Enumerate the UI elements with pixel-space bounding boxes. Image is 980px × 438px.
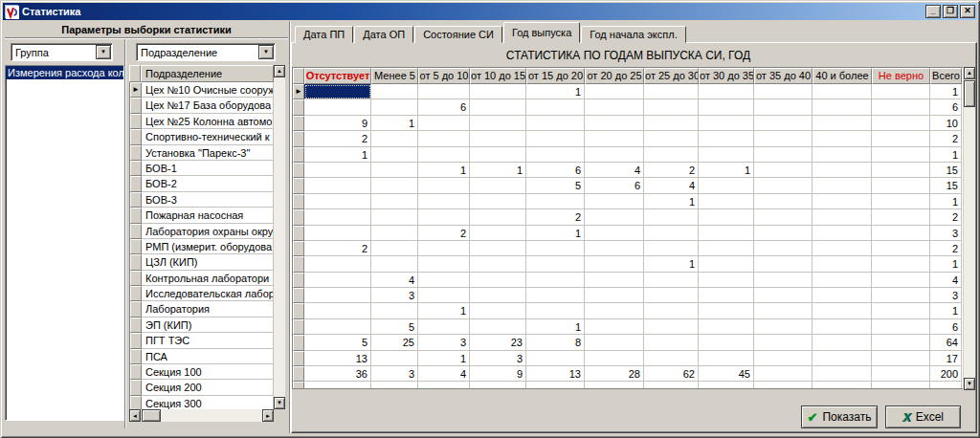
stat-cell[interactable] [470,131,526,146]
department-cell[interactable]: ПСА [142,349,274,364]
stat-cell[interactable] [813,256,872,272]
stat-cell[interactable]: 2 [644,163,699,178]
row-selector[interactable] [130,364,142,380]
department-grid-vscrollbar[interactable]: ▲ ▼ [274,65,285,409]
row-selector[interactable] [130,254,142,270]
department-cell[interactable]: БОВ-2 [142,176,274,191]
stat-cell[interactable] [699,209,754,225]
stat-cell[interactable] [526,99,585,115]
stat-cell[interactable] [699,273,754,288]
stat-cell[interactable] [813,147,872,163]
stat-cell[interactable]: 2 [930,131,962,146]
stat-cell[interactable] [699,288,754,303]
department-cell[interactable]: Установка "Парекс-3" [142,145,274,161]
department-cell[interactable]: Лаборатория [142,301,274,317]
department-row[interactable]: Лаборатория [130,301,274,317]
row-selector[interactable] [293,351,304,366]
stat-cell[interactable] [371,226,418,241]
stat-cell[interactable] [470,319,526,335]
stat-cell[interactable]: 3 [930,288,962,303]
scroll-right-icon[interactable]: ► [262,409,274,422]
stat-cell[interactable] [371,303,418,318]
tab-4[interactable]: Год выпуска [503,22,580,43]
scroll-down-icon[interactable]: ▼ [274,397,285,409]
stat-row[interactable]: 213 [293,226,963,241]
stat-cell[interactable] [585,319,644,335]
stat-cell[interactable] [644,288,699,303]
stat-cell[interactable] [585,303,644,318]
stat-cell[interactable] [304,99,371,115]
stat-cell[interactable] [418,209,470,225]
stat-column-header[interactable]: от 5 до 10 [418,68,470,84]
stat-cell[interactable] [418,131,470,146]
stat-cell[interactable]: 6 [930,99,962,115]
stat-cell[interactable]: 1 [930,147,962,163]
stat-cell[interactable] [813,366,872,382]
stat-cell[interactable] [526,273,585,288]
stat-column-header[interactable]: Менее 5 [371,68,418,84]
stat-cell[interactable] [813,194,872,209]
stat-cell[interactable] [813,303,872,318]
stat-cell[interactable]: 1 [526,84,585,99]
stat-cell[interactable] [418,273,470,288]
stat-cell[interactable] [872,241,930,256]
stat-cell[interactable] [754,319,813,335]
stat-cell[interactable] [872,178,930,193]
stat-column-header[interactable]: Отсутствует [304,68,371,84]
stat-cell[interactable]: 1 [526,319,585,335]
stat-cell[interactable] [699,303,754,318]
statistics-grid-vscrollbar[interactable]: ▲ ▼ [964,67,975,390]
department-row[interactable]: Цех №17 База оборудова [130,98,274,113]
stat-cell[interactable] [872,99,930,115]
row-selector[interactable] [130,129,142,144]
stat-cell[interactable]: 1 [470,163,526,178]
department-cell[interactable]: БОВ-3 [142,192,274,208]
stat-cell[interactable] [304,319,371,335]
stat-column-header[interactable]: от 30 до 35 [699,68,754,84]
stat-cell[interactable] [644,226,699,241]
stat-cell[interactable] [470,147,526,163]
department-cell[interactable]: ПГТ ТЭС [142,333,274,348]
stat-cell[interactable] [526,131,585,146]
row-selector[interactable] [293,194,304,209]
stat-cell[interactable] [585,256,644,272]
stat-cell[interactable]: 6 [585,178,644,193]
stat-column-header[interactable]: от 25 до 30 [644,68,699,84]
stat-cell[interactable] [754,256,813,272]
stat-cell[interactable]: 5 [304,335,371,350]
stat-cell[interactable] [585,116,644,131]
department-row[interactable]: БОВ-1 [130,161,274,176]
stat-row[interactable]: 9110 [293,116,963,131]
stat-cell[interactable] [699,194,754,209]
stat-cell[interactable] [754,99,813,115]
stat-row[interactable]: 525323864 [293,335,963,350]
stat-cell[interactable]: 3 [371,366,418,382]
stat-cell[interactable] [418,288,470,303]
stat-cell[interactable] [699,84,754,99]
stat-cell[interactable] [699,131,754,146]
stat-cell[interactable] [872,303,930,318]
stat-row[interactable]: 33 [293,288,963,303]
stat-row[interactable]: 11 [293,303,963,318]
stat-cell[interactable] [754,273,813,288]
stat-cell[interactable] [754,241,813,256]
row-selector[interactable] [293,366,304,382]
stat-cell[interactable] [754,147,813,163]
stat-row[interactable]: ►11 [293,84,963,99]
stat-cell[interactable] [813,226,872,241]
row-selector[interactable] [130,98,142,113]
stat-cell[interactable] [813,163,872,178]
stat-cell[interactable] [754,351,813,366]
stat-cell[interactable] [470,303,526,318]
stat-cell[interactable] [371,84,418,99]
stat-cell[interactable] [371,147,418,163]
stat-cell[interactable] [470,288,526,303]
stat-cell[interactable]: 9 [304,116,371,131]
row-selector[interactable] [130,380,142,395]
row-selector[interactable] [130,114,142,129]
stat-cell[interactable]: 4 [930,273,962,288]
stat-cell[interactable] [304,288,371,303]
department-row[interactable]: Пожарная насосная [130,208,274,223]
stat-cell[interactable] [585,288,644,303]
stat-cell[interactable] [813,116,872,131]
